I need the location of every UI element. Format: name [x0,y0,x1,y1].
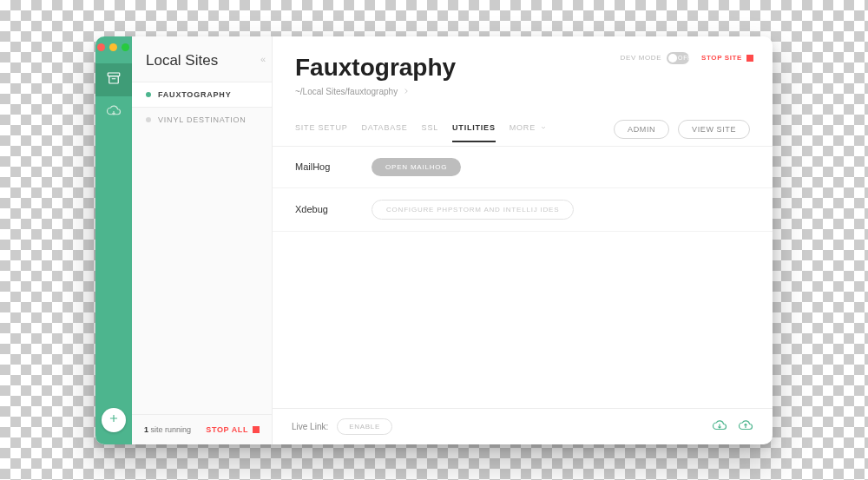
nav-rail [95,36,132,444]
tabs-bar: SITE SETUP DATABASE SSL UTILITIES MORE A… [273,104,773,147]
stop-all-label: STOP ALL [206,425,248,434]
chevron-right-icon [402,87,411,97]
status-dot-icon [146,117,151,122]
tab-more[interactable]: MORE [510,123,548,142]
configure-ide-button[interactable]: CONFIGURE PHPSTORM AND INTELLIJ IDES [372,200,574,220]
sidebar-title: Local Sites « [132,36,272,82]
dev-mode-label: DEV MODE [621,54,661,62]
svg-rect-1 [109,76,119,82]
chevron-down-icon [538,123,547,132]
stop-icon [253,426,260,433]
window-controls[interactable] [97,43,129,51]
enable-live-link-button[interactable]: ENABLE [337,418,392,435]
live-link: Live Link: ENABLE [292,418,392,435]
cloud-sync-icon [106,103,122,122]
close-icon[interactable] [97,43,105,51]
rail-sites[interactable] [95,63,132,96]
app-window: Local Sites « FAUXTOGRAPHY VINYL DESTINA… [95,36,773,444]
sidebar-item-label: VINYL DESTINATION [158,115,247,124]
header-actions: DEV MODE OFF STOP SITE [621,52,753,64]
utilities-list: MailHog OPEN MAILHOG Xdebug CONFIGURE PH… [273,147,773,232]
sidebar-item-vinyl-destination[interactable]: VINYL DESTINATION [132,108,272,132]
utility-row-mailhog: MailHog OPEN MAILHOG [273,147,773,188]
utility-label: Xdebug [295,204,347,214]
cloud-download-icon[interactable] [712,419,727,433]
tabs-right-actions: ADMIN VIEW SITE [614,120,750,146]
site-path[interactable]: ~/Local Sites/fauxtography [295,87,750,97]
minimize-icon[interactable] [109,43,117,51]
tab-ssl[interactable]: SSL [422,123,438,142]
tab-more-label: MORE [510,123,536,132]
sidebar-footer: 1 site running STOP ALL [132,414,272,444]
stop-site-button[interactable]: STOP SITE [701,54,753,62]
tab-database[interactable]: DATABASE [362,123,408,142]
zoom-icon[interactable] [122,43,129,51]
tab-site-setup[interactable]: SITE SETUP [295,123,348,142]
sidebar-item-fauxtography[interactable]: FAUXTOGRAPHY [132,82,272,108]
status-dot-icon [146,92,151,97]
main-footer: Live Link: ENABLE [273,408,773,444]
main-header: Fauxtography ~/Local Sites/fauxtography … [273,36,773,104]
archive-icon [106,70,122,89]
site-path-text: ~/Local Sites/fauxtography [295,87,398,96]
sites-running-count: 1 site running [144,425,191,434]
live-link-label: Live Link: [292,422,328,431]
toggle-off-icon[interactable]: OFF [667,52,689,64]
view-site-button[interactable]: VIEW SITE [678,120,750,139]
open-mailhog-button[interactable]: OPEN MAILHOG [372,158,461,176]
cloud-upload-icon[interactable] [738,419,753,433]
utility-label: MailHog [295,161,347,172]
stop-all-button[interactable]: STOP ALL [206,425,260,434]
rail-connect[interactable] [95,96,132,129]
sidebar-item-label: FAUXTOGRAPHY [158,90,231,99]
admin-button[interactable]: ADMIN [614,120,669,139]
collapse-icon[interactable]: « [260,54,263,64]
stop-icon [746,55,753,62]
plus-icon [108,412,120,428]
sidebar: Local Sites « FAUXTOGRAPHY VINYL DESTINA… [132,36,273,444]
utility-row-xdebug: Xdebug CONFIGURE PHPSTORM AND INTELLIJ I… [273,188,773,232]
stop-site-label: STOP SITE [701,54,742,62]
tabs: SITE SETUP DATABASE SSL UTILITIES MORE [295,123,547,142]
tab-utilities[interactable]: UTILITIES [452,123,496,142]
dev-mode-toggle[interactable]: DEV MODE OFF [621,52,689,64]
footer-icons [712,419,753,433]
add-site-button[interactable] [102,408,126,432]
sidebar-title-text: Local Sites [146,52,218,69]
main-panel: Fauxtography ~/Local Sites/fauxtography … [273,36,773,444]
